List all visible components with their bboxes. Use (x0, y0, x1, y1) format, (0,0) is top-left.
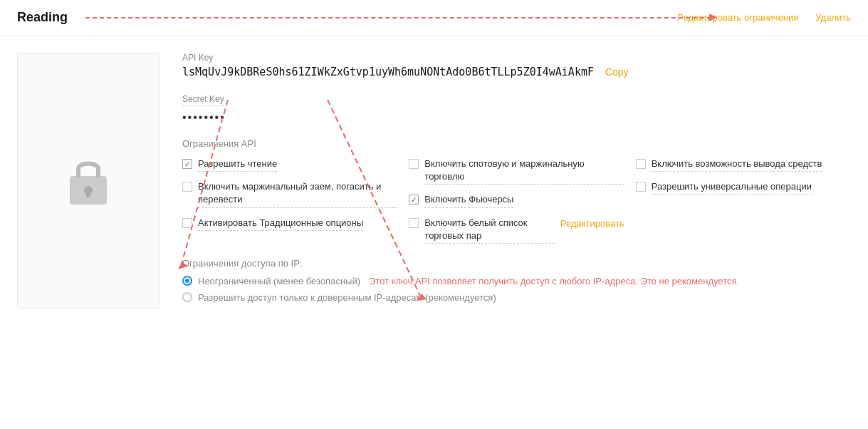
checkbox-whitelist-row: Включить белый список торговых пар Редак… (409, 217, 624, 244)
checkbox-withdrawal-label: Включить возможность вывода средств (652, 157, 822, 172)
checkbox-spot-trading[interactable]: Включить спотовую и маржинальную торговл… (409, 157, 624, 185)
restrictions-title: Ограничения API (182, 138, 851, 149)
col-1: Включить спотовую и маржинальную торговл… (409, 157, 624, 244)
checkbox-spot-trading-box[interactable] (409, 159, 419, 169)
radio-unrestricted-circle[interactable] (182, 276, 192, 286)
ip-restrictions-section: Ограничения доступа по IP: Неограниченны… (182, 258, 851, 303)
restrictions-section: Ограничения API Разрешить чтение (182, 138, 851, 244)
checkbox-allow-read[interactable]: Разрешить чтение (182, 157, 397, 172)
lock-icon (66, 152, 111, 209)
checkbox-futures-box[interactable] (409, 195, 419, 205)
radio-trusted-circle[interactable] (182, 292, 192, 302)
radio-unrestricted-label: Неограниченный (менее безопасный) (198, 276, 360, 286)
unrestricted-warning: Этот ключ API позволяет получить доступ … (369, 276, 739, 286)
dashed-arrow-decoration (85, 17, 711, 19)
secret-key-value: •••••••• (182, 111, 851, 124)
svg-rect-2 (86, 190, 90, 197)
api-key-label: API Key (182, 53, 851, 63)
api-key-value: lsMqUvJ9kDBReS0hs61ZIWkZxGtvp1uyWh6muNON… (182, 66, 594, 78)
checkbox-universal-label: Разрешить универсальные операции (652, 180, 812, 195)
checkbox-universal[interactable]: Разрешить универсальные операции (636, 180, 851, 195)
checkbox-margin-loan-box[interactable] (182, 182, 192, 192)
api-key-section: API Key lsMqUvJ9kDBReS0hs61ZIWkZxGtvp1uy… (182, 53, 851, 78)
checkbox-withdrawal[interactable]: Включить возможность вывода средств (636, 157, 851, 172)
checkboxes-grid: Разрешить чтение Включить маржинальный з… (182, 157, 851, 244)
checkbox-allow-read-label: Разрешить чтение (198, 157, 277, 172)
secret-key-label: Secret Key (182, 94, 224, 105)
main-content: API Key lsMqUvJ9kDBReS0hs61ZIWkZxGtvp1uy… (0, 36, 868, 326)
checkbox-futures-label: Включить Фьючерсы (424, 193, 513, 207)
checkbox-futures[interactable]: Включить Фьючерсы (409, 193, 624, 207)
api-key-row: lsMqUvJ9kDBReS0hs61ZIWkZxGtvp1uyWh6muNON… (182, 66, 851, 78)
edit-whitelist-link[interactable]: Редактировать (560, 218, 624, 229)
secret-key-section: Secret Key •••••••• (182, 93, 851, 124)
radio-trusted-label: Разрешить доступ только к доверенным IP-… (198, 292, 496, 303)
checkbox-margin-loan-label: Включить маржинальный заем, погасить и п… (198, 180, 397, 207)
copy-button[interactable]: Copy (605, 66, 629, 78)
ip-restrictions-title: Ограничения доступа по IP: (182, 258, 851, 269)
page-title: Reading (17, 10, 68, 25)
checkbox-margin-loan[interactable]: Включить маржинальный заем, погасить и п… (182, 180, 397, 207)
checkbox-allow-read-box[interactable] (182, 159, 192, 169)
checkbox-whitelist[interactable]: Включить белый список торговых пар (409, 217, 555, 244)
checkbox-withdrawal-box[interactable] (636, 159, 646, 169)
checkbox-whitelist-box[interactable] (409, 218, 419, 228)
checkbox-classic-options-box[interactable] (182, 218, 192, 228)
checkbox-spot-trading-label: Включить спотовую и маржинальную торговл… (424, 157, 624, 185)
checkbox-classic-options[interactable]: Активировать Традиционные опционы (182, 217, 397, 231)
radio-trusted[interactable]: Разрешить доступ только к доверенным IP-… (182, 292, 851, 303)
col-0: Разрешить чтение Включить маржинальный з… (182, 157, 397, 244)
col-2: Включить возможность вывода средств Разр… (636, 157, 851, 244)
page-header: Reading Редактировать ограничения Удалит… (0, 0, 868, 36)
lock-card (17, 53, 160, 309)
checkbox-universal-box[interactable] (636, 182, 646, 192)
radio-unrestricted[interactable]: Неограниченный (менее безопасный) Этот к… (182, 276, 851, 286)
checkbox-whitelist-label: Включить белый список торговых пар (424, 217, 555, 244)
key-info: API Key lsMqUvJ9kDBReS0hs61ZIWkZxGtvp1uy… (182, 53, 851, 309)
delete-link[interactable]: Удалить (815, 12, 851, 23)
checkbox-classic-options-label: Активировать Традиционные опционы (198, 217, 363, 231)
